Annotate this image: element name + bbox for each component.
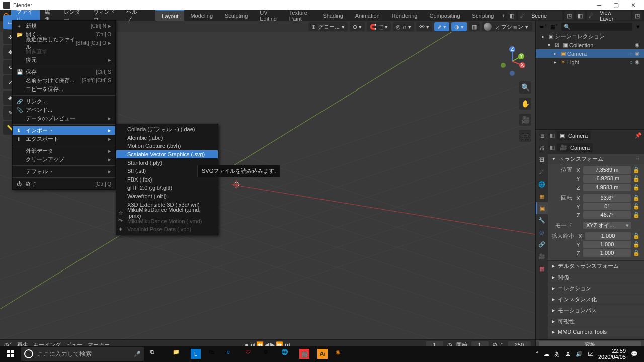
panel-モーションパス[interactable]: ▶モーションパス [548, 305, 644, 316]
panel-関係[interactable]: ▶関係 [548, 272, 644, 283]
file-menu-item[interactable]: 名前をつけて保存...[Shift] [Ctrl] S [13, 76, 115, 85]
workspace-tab-modeling[interactable]: Modeling [184, 10, 219, 21]
ortho-toggle-icon[interactable]: ▦ [519, 130, 531, 142]
nav-gizmo[interactable]: Z Y X [496, 45, 528, 77]
workspace-tab-shading[interactable]: Shading [316, 10, 349, 21]
prop-tab-world[interactable]: 🌐 [536, 178, 548, 190]
file-menu-item[interactable]: ⬆エクスポート▸ [13, 135, 115, 143]
rotation-mode-dropdown[interactable]: XYZ オイ... ▾ [583, 222, 631, 229]
workspace-tab-rendering[interactable]: Rendering [386, 10, 424, 21]
file-menu-item[interactable]: コピーを保存... [13, 85, 115, 94]
scene-new-button[interactable]: ◳ [565, 11, 574, 20]
import-menu-item[interactable]: Alembic (.abc) [116, 134, 218, 142]
camera-view-icon[interactable]: 🎥 [519, 114, 531, 126]
menu-help[interactable]: ヘルプ [121, 10, 145, 21]
filter-icon[interactable]: ▼ [635, 24, 641, 30]
workspace-add-button[interactable]: + [500, 10, 507, 21]
file-menu-item[interactable]: クリーンアップ▸ [13, 155, 115, 164]
visibility-dropdown[interactable]: 👁 ▾ [416, 22, 432, 31]
tray-network-icon[interactable]: 🖧 [565, 351, 571, 357]
pivot-dropdown[interactable]: ⊙ ▾ [350, 22, 365, 31]
rotation-z-field[interactable]: 46.7° [583, 211, 631, 219]
scene-field[interactable]: ☄ Scene [518, 11, 562, 20]
taskbar-app-store[interactable]: 🛍 [205, 347, 222, 361]
file-menu-item[interactable]: 最近使用したファイル[Shift] [Ctrl] O▸ [13, 39, 115, 47]
proportional-edit-toggle[interactable]: ◎ ∩ ▾ [393, 22, 414, 31]
menu-render[interactable]: レンダー [59, 10, 88, 21]
taskbar-app-3[interactable]: ⚙ [260, 347, 277, 361]
workspace-tab-animation[interactable]: Animation [349, 10, 386, 21]
viewlayer-field[interactable]: ☄ View Layer [587, 11, 631, 20]
overlay-toggle[interactable]: ◑ ▾ [451, 22, 467, 31]
prop-tab-object[interactable]: ▣ [536, 202, 548, 214]
rotation-y-field[interactable]: 0° [583, 203, 631, 210]
import-menu-item[interactable]: ☆MikuMikuDance Model (.pmd, .pmx) [116, 209, 218, 217]
taskbar-app-illustrator[interactable]: Ai [314, 347, 331, 361]
gizmo-toggle[interactable]: ⬈ ▾ [434, 22, 449, 31]
outliner-item-camera[interactable]: ▸▣ Camera ○ ◉ [536, 49, 644, 58]
window-minimize-button[interactable]: ─ [597, 2, 601, 9]
import-menu-item[interactable]: glTF 2.0 (.glb/.gltf) [116, 184, 218, 192]
rotation-x-field[interactable]: 63.6° [583, 194, 631, 202]
outliner-collection[interactable]: ▾☑▣ Collection ◉ [536, 41, 644, 49]
prop-tab-collection[interactable]: ▦ [536, 190, 548, 202]
window-maximize-button[interactable]: ▢ [613, 2, 619, 9]
mic-icon[interactable]: 🎤 [134, 351, 141, 357]
task-view-button[interactable]: ⧉ [147, 347, 164, 361]
taskbar-app-1[interactable]: L [187, 347, 204, 361]
taskbar-search[interactable]: ここに入力して検索 🎤 [21, 347, 144, 361]
display-mode-icon[interactable]: ▦˅ [550, 24, 558, 30]
taskbar-app-2[interactable]: 🛡 [242, 347, 259, 361]
eye-icon[interactable]: ◉ [634, 59, 641, 65]
workspace-tab-scripting[interactable]: Scripting [466, 10, 500, 21]
tray-clock[interactable]: 22:59 2020/04/05 [598, 348, 626, 360]
layer-browse-button[interactable]: ◧ [576, 11, 585, 20]
workspace-tab-layout[interactable]: Layout [155, 10, 184, 21]
taskbar-app-4[interactable]: ▦ [296, 347, 313, 361]
object-name-field[interactable]: ▣ Camera [557, 131, 591, 140]
workspace-tab-texture-paint[interactable]: Texture Paint [283, 10, 317, 21]
taskbar-app-blender[interactable]: ◉ [332, 347, 349, 361]
window-close-button[interactable]: ✕ [631, 2, 636, 9]
tray-expand-icon[interactable]: ˄ [536, 351, 539, 357]
data-name-field[interactable]: 🎥 Camera [557, 143, 593, 152]
import-menu-item[interactable]: Collada (デフォルト) (.dae) [116, 125, 218, 134]
file-menu-item[interactable]: ＋新規[Ctrl] N▸ [13, 22, 115, 30]
import-menu-item[interactable]: Motion Capture (.bvh) [116, 142, 218, 150]
layer-new-button[interactable]: ◳ [633, 11, 642, 20]
start-button[interactable] [3, 347, 18, 361]
import-menu-item[interactable]: Scalable Vector Graphics (.svg) [116, 150, 218, 159]
eye-icon[interactable]: ◉ [634, 50, 641, 57]
editor-type-icon[interactable]: ≔˅ [539, 24, 547, 30]
scale-x-field[interactable]: 1.000 [585, 232, 631, 240]
prop-tab-modifiers[interactable]: 🔧 [536, 214, 548, 226]
menu-edit[interactable]: 編集 [40, 10, 59, 21]
panel-インスタンス化[interactable]: ▶インスタンス化 [548, 294, 644, 305]
menu-window[interactable]: ウィンドウ [88, 10, 122, 21]
pin-icon[interactable]: 📌 [635, 132, 642, 139]
scene-browse-button[interactable]: ◧ [507, 11, 516, 20]
outliner-item-light[interactable]: ▸☀ Light ○ ◉ [536, 58, 644, 66]
file-menu-item[interactable]: 🔗リンク... [13, 97, 115, 106]
import-menu-item[interactable]: Wavefront (.obj) [116, 192, 218, 201]
options-dropdown[interactable]: オプション ▾ [492, 22, 532, 31]
workspace-tab-compositing[interactable]: Compositing [423, 10, 466, 21]
tray-notifications-icon[interactable]: 💬 [631, 351, 638, 357]
file-menu-item[interactable]: ⏻終了[Ctrl] Q [13, 179, 115, 188]
workspace-tab-uv-editing[interactable]: UV Editing [254, 10, 283, 21]
taskbar-app-explorer[interactable]: 📁 [169, 347, 186, 361]
panel-デルタトランスフォーム[interactable]: ▶デルタトランスフォーム [548, 260, 644, 272]
outliner-scene-collection[interactable]: ▸ ▣ シーンコレクション [536, 32, 644, 41]
file-menu-item[interactable]: 💾保存[Ctrl] S [13, 68, 115, 76]
lock-icon[interactable]: 🔓 [633, 167, 640, 173]
location-x-field[interactable]: 7.3589 m [583, 166, 631, 174]
file-menu-item[interactable]: ⬇インポート▸ [13, 126, 115, 135]
panel-可視性[interactable]: ▶可視性 [548, 316, 644, 327]
taskbar-app-chrome[interactable]: 🌐 [278, 347, 295, 361]
tray-battery-icon[interactable]: 🗠 [588, 351, 593, 357]
tray-onedrive-icon[interactable]: ☁ [544, 351, 549, 357]
prop-tab-scene[interactable]: ☄ [536, 166, 548, 178]
zoom-icon[interactable]: 🔍 [519, 81, 531, 94]
prop-tab-texture[interactable]: ▩ [536, 262, 548, 275]
prop-tab-viewlayer[interactable]: 🖼 [536, 154, 548, 166]
